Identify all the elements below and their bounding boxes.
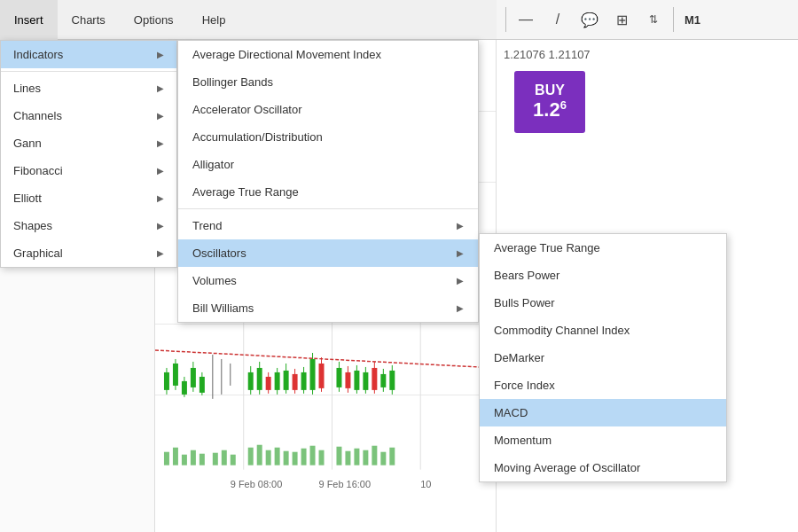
arrow-icon: ▶ <box>157 221 164 231</box>
menu-indicators-label: Indicators <box>13 48 63 61</box>
menu-macd[interactable]: MACD <box>480 399 726 426</box>
svg-rect-55 <box>231 455 236 466</box>
menu-oscillators[interactable]: Oscillators ▶ <box>178 239 478 267</box>
menu-fibonacci-label: Fibonacci <box>13 164 63 177</box>
svg-rect-61 <box>293 452 298 466</box>
svg-rect-50 <box>182 455 187 466</box>
menu-separator <box>178 208 478 209</box>
svg-rect-67 <box>354 449 359 466</box>
menu-lines[interactable]: Lines ▶ <box>1 74 176 102</box>
menu-gann[interactable]: Gann ▶ <box>1 129 176 157</box>
menu-cci-label: Commodity Channel Index <box>494 324 630 337</box>
svg-rect-59 <box>275 448 280 466</box>
svg-rect-64 <box>319 450 325 466</box>
menu-graphical[interactable]: Graphical ▶ <box>1 239 176 267</box>
menu-bollinger-label: Bollinger Bands <box>192 75 273 89</box>
line-tool-button[interactable]: — <box>513 7 538 32</box>
menu-shapes-label: Shapes <box>13 219 52 232</box>
menu-help[interactable]: Help <box>188 0 240 40</box>
comment-tool-button[interactable]: 💬 <box>577 7 602 32</box>
menu-alligator[interactable]: Alligator <box>178 151 478 178</box>
menu-bears-power[interactable]: Bears Power <box>480 262 726 289</box>
menu-atr[interactable]: Average True Range <box>178 178 478 206</box>
menu-accumulation-label: Accumulation/Distribution <box>192 130 323 144</box>
svg-text:10: 10 <box>420 479 431 489</box>
toolbar-divider-2 <box>673 7 674 32</box>
menu-bar: Insert Charts Options Help <box>0 0 497 40</box>
menu-options[interactable]: Options <box>120 0 188 40</box>
menu-fibonacci[interactable]: Fibonacci ▶ <box>1 157 176 184</box>
svg-rect-65 <box>336 447 341 466</box>
toolbar-divider-1 <box>505 7 506 32</box>
svg-rect-60 <box>284 451 289 466</box>
menu-indicators[interactable]: Indicators ▶ <box>1 41 176 68</box>
menu-momentum-label: Momentum <box>494 434 552 447</box>
menu-cci[interactable]: Commodity Channel Index <box>480 317 726 344</box>
svg-rect-49 <box>173 448 178 466</box>
menu-elliott-label: Elliott <box>13 192 42 205</box>
menu-mao[interactable]: Moving Average of Oscillator <box>480 454 726 481</box>
svg-rect-48 <box>164 452 169 466</box>
menu-admi[interactable]: Average Directional Movement Index <box>178 41 478 68</box>
menu-elliott[interactable]: Elliott ▶ <box>1 184 176 212</box>
menu-force-index[interactable]: Force Index <box>480 372 726 399</box>
menu-demarker[interactable]: DeMarker <box>480 344 726 372</box>
diagonal-tool-button[interactable]: / <box>545 7 570 32</box>
grid-tool-button[interactable]: ⊞ <box>609 7 634 32</box>
menu-trend[interactable]: Trend ▶ <box>178 212 478 239</box>
menu-billwilliams-label: Bill Williams <box>192 301 254 315</box>
svg-rect-53 <box>213 453 218 466</box>
menu-channels-label: Channels <box>13 109 62 122</box>
menu-trend-label: Trend <box>192 219 222 232</box>
menu-atr-label: Average True Range <box>192 185 299 199</box>
menu-bulls-power[interactable]: Bulls Power <box>480 289 726 317</box>
svg-text:9 Feb 16:00: 9 Feb 16:00 <box>319 479 372 489</box>
svg-text:9 Feb 08:00: 9 Feb 08:00 <box>231 479 283 489</box>
menu-bollinger[interactable]: Bollinger Bands <box>178 68 478 96</box>
menu-shapes[interactable]: Shapes ▶ <box>1 212 176 239</box>
svg-rect-51 <box>191 450 196 466</box>
menu-lines-label: Lines <box>13 82 41 95</box>
menu-bears-power-label: Bears Power <box>494 269 559 282</box>
buy-button[interactable]: BUY 1.26 <box>514 71 585 133</box>
menu-momentum[interactable]: Momentum <box>480 426 726 454</box>
svg-rect-52 <box>200 454 205 466</box>
menu-accelerator-label: Accelerator Oscillator <box>192 103 302 116</box>
menu-accumulation[interactable]: Accumulation/Distribution <box>178 123 478 151</box>
menu-oscillators-label: Oscillators <box>192 246 246 260</box>
menu-force-index-label: Force Index <box>494 379 555 392</box>
svg-rect-68 <box>363 450 368 466</box>
buy-label: BUY <box>535 82 565 98</box>
buy-price-sup: 6 <box>560 98 567 112</box>
buy-price: 1.26 <box>533 98 567 122</box>
menu-channels[interactable]: Channels ▶ <box>1 102 176 129</box>
menu-volumes-label: Volumes <box>192 274 237 287</box>
menu-mao-label: Moving Average of Oscillator <box>494 461 640 474</box>
svg-rect-69 <box>372 446 377 466</box>
menu-demarker-label: DeMarker <box>494 351 544 364</box>
svg-rect-63 <box>310 446 316 466</box>
menu-volumes[interactable]: Volumes ▶ <box>178 267 478 294</box>
indicators-submenu: Average Directional Movement Index Bolli… <box>177 40 479 323</box>
menu-average-true-range[interactable]: Average True Range <box>480 234 726 262</box>
menu-separator <box>1 71 176 72</box>
svg-rect-56 <box>248 448 254 466</box>
svg-rect-57 <box>257 445 262 466</box>
menu-insert[interactable]: Insert <box>0 0 58 40</box>
menu-accelerator[interactable]: Accelerator Oscillator <box>178 96 478 123</box>
menu-graphical-label: Graphical <box>13 246 63 260</box>
menu-average-true-range-label: Average True Range <box>494 241 600 254</box>
menu-charts[interactable]: Charts <box>58 0 120 40</box>
arrow-icon: ▶ <box>157 111 164 121</box>
price-values: 1.21076 1.21107 <box>504 48 591 61</box>
svg-rect-58 <box>266 450 271 466</box>
oscillators-submenu: Average True Range Bears Power Bulls Pow… <box>479 233 727 482</box>
arrow-icon: ▶ <box>457 221 464 231</box>
indicator-tool-button[interactable]: ⇅ <box>641 7 666 32</box>
menu-billwilliams[interactable]: Bill Williams ▶ <box>178 294 478 322</box>
svg-rect-70 <box>380 452 386 466</box>
menu-macd-label: MACD <box>494 406 528 419</box>
arrow-icon: ▶ <box>457 303 464 313</box>
svg-rect-62 <box>301 449 307 466</box>
arrow-icon: ▶ <box>157 193 164 203</box>
